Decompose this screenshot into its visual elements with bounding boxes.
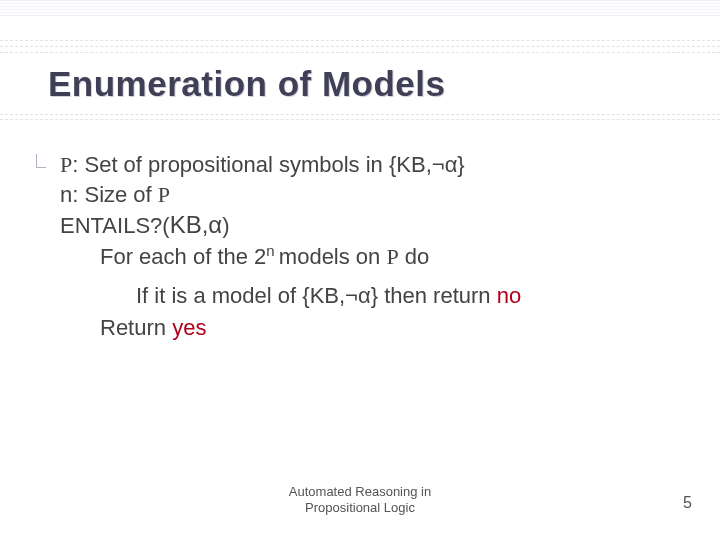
symbol-p: P (386, 244, 398, 269)
slide-title: Enumeration of Models (48, 64, 445, 104)
decorative-rule-top (0, 0, 720, 16)
foreach-c: do (399, 244, 430, 269)
slide-body: P: Set of propositional symbols in {KB,¬… (60, 150, 690, 343)
definition-n: n: Size of P (60, 180, 690, 210)
alpha-symbol: α (445, 152, 458, 177)
corner-decoration (36, 154, 46, 168)
two: 2 (254, 244, 266, 269)
return-line: Return yes (60, 313, 690, 343)
entails-kb: KB, (170, 211, 209, 238)
return-yes: yes (172, 315, 206, 340)
def-n-text: n: Size of (60, 182, 158, 207)
return-no: no (497, 283, 521, 308)
entails-header: ENTAILS?(KB,α) (60, 209, 690, 241)
if-a: If it is a model of {KB, (136, 283, 345, 308)
if-line: If it is a model of {KB,¬α} then return … (60, 281, 690, 311)
footer-line-2: Propositional Logic (0, 500, 720, 516)
entails-post: ) (222, 213, 229, 238)
footer-line-1: Automated Reasoning in (0, 484, 720, 500)
page-number: 5 (683, 494, 692, 512)
def-p-text: : Set of propositional symbols in {KB, (72, 152, 432, 177)
foreach-a: For each of the (100, 244, 254, 269)
entails-pre: ENTAILS?( (60, 213, 170, 238)
alpha-symbol: α (358, 283, 371, 308)
symbol-p: P (158, 182, 170, 207)
def-p-tail: } (457, 152, 464, 177)
negation-symbol: ¬ (345, 283, 358, 308)
slide: Enumeration of Models P: Set of proposit… (0, 0, 720, 540)
exponent-n: n (266, 241, 278, 258)
foreach-b: models on (279, 244, 387, 269)
negation-symbol: ¬ (432, 152, 445, 177)
definition-p: P: Set of propositional symbols in {KB,¬… (60, 150, 690, 180)
return-a: Return (100, 315, 172, 340)
slide-footer: Automated Reasoning in Propositional Log… (0, 484, 720, 517)
foreach-line: For each of the 2n models on P do (60, 242, 690, 272)
symbol-p: P (60, 152, 72, 177)
alpha-symbol: α (208, 211, 222, 238)
if-b: } then return (371, 283, 497, 308)
